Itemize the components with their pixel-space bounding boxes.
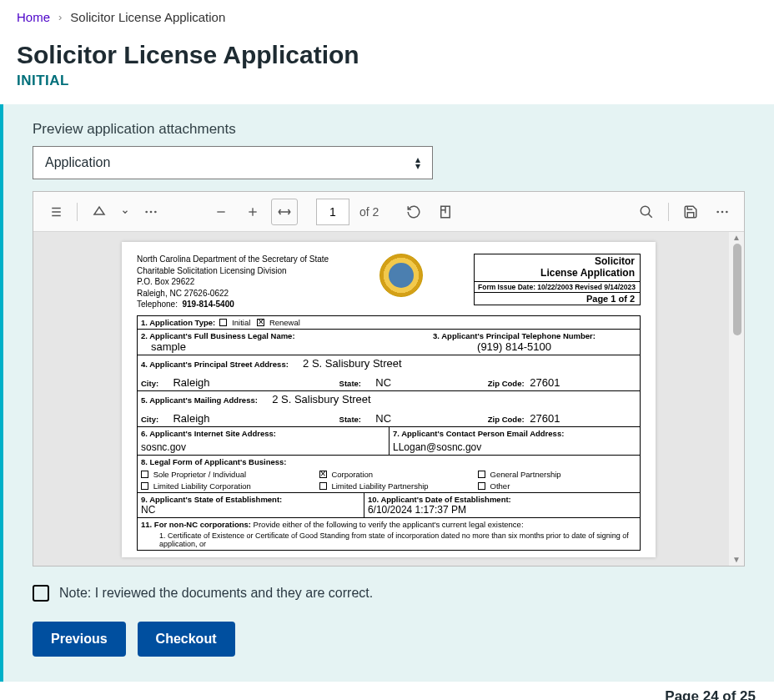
- svg-point-6: [145, 210, 148, 213]
- checkout-button[interactable]: Checkout: [138, 622, 235, 657]
- breadcrumb-home[interactable]: Home: [17, 10, 50, 24]
- scroll-down-icon[interactable]: ▼: [732, 556, 741, 564]
- svg-point-18: [721, 210, 724, 213]
- zoom-out-icon[interactable]: [208, 199, 234, 225]
- preview-section: Preview application attachments Applicat…: [0, 104, 774, 682]
- svg-point-7: [150, 210, 153, 213]
- doc-form: 1. Application Type: Initial Renewal 2. …: [137, 315, 641, 551]
- pdf-toolbar: of 2: [33, 192, 744, 232]
- page-subtitle: INITIAL: [0, 69, 774, 104]
- review-checkbox[interactable]: [33, 585, 49, 602]
- highlight-icon[interactable]: [86, 199, 113, 225]
- svg-point-17: [716, 210, 719, 213]
- review-row: Note: I reviewed the documents and they …: [33, 585, 745, 602]
- doc-title-box: SolicitorLicense Application Form Issue …: [474, 254, 641, 305]
- page-view-icon[interactable]: [432, 199, 459, 225]
- more-menu-icon[interactable]: [709, 199, 736, 225]
- doc-dept-block: North Carolina Department of the Secreta…: [137, 254, 329, 310]
- page-title: Solicitor License Application: [0, 34, 774, 69]
- svg-point-19: [726, 210, 728, 213]
- preview-label: Preview application attachments: [33, 121, 745, 138]
- page-indicator: Page 24 of 25: [0, 682, 774, 700]
- pdf-viewer: of 2 North Carolina Department of the Se…: [33, 191, 745, 567]
- pdf-document-area[interactable]: North Carolina Department of the Secreta…: [33, 232, 744, 566]
- review-note-label: Note: I reviewed the documents and they …: [59, 586, 373, 601]
- breadcrumb-current: Solicitor License Application: [70, 10, 225, 24]
- toolbar-divider: [77, 203, 78, 221]
- breadcrumb: Home › Solicitor License Application: [0, 0, 774, 34]
- pdf-page: North Carolina Department of the Secreta…: [122, 242, 656, 557]
- previous-button[interactable]: Previous: [33, 622, 126, 657]
- svg-point-15: [641, 206, 650, 215]
- scrollbar-track[interactable]: ▲ ▼: [729, 232, 744, 566]
- rotate-icon[interactable]: [400, 199, 427, 225]
- toolbar-divider: [668, 203, 669, 221]
- select-caret-icon: ▴▾: [415, 156, 420, 169]
- scrollbar-thumb[interactable]: [733, 244, 741, 335]
- highlight-dropdown-icon[interactable]: [118, 199, 133, 225]
- svg-point-8: [154, 210, 157, 213]
- search-icon[interactable]: [633, 199, 660, 225]
- state-seal-icon: [379, 254, 423, 297]
- button-row: Previous Checkout: [33, 622, 745, 657]
- attachment-select[interactable]: Application ▴▾: [33, 146, 433, 179]
- page-number-input[interactable]: [316, 199, 349, 225]
- page-total-label: of 2: [359, 205, 379, 219]
- fit-width-icon[interactable]: [271, 199, 298, 225]
- scroll-up-icon[interactable]: ▲: [732, 234, 741, 242]
- zoom-in-icon[interactable]: [239, 199, 266, 225]
- save-icon[interactable]: [677, 199, 704, 225]
- more-tools-icon[interactable]: [138, 199, 164, 225]
- outline-icon[interactable]: [42, 199, 68, 225]
- attachment-select-value: Application: [45, 155, 110, 170]
- svg-line-16: [648, 214, 652, 218]
- chevron-right-icon: ›: [58, 11, 62, 23]
